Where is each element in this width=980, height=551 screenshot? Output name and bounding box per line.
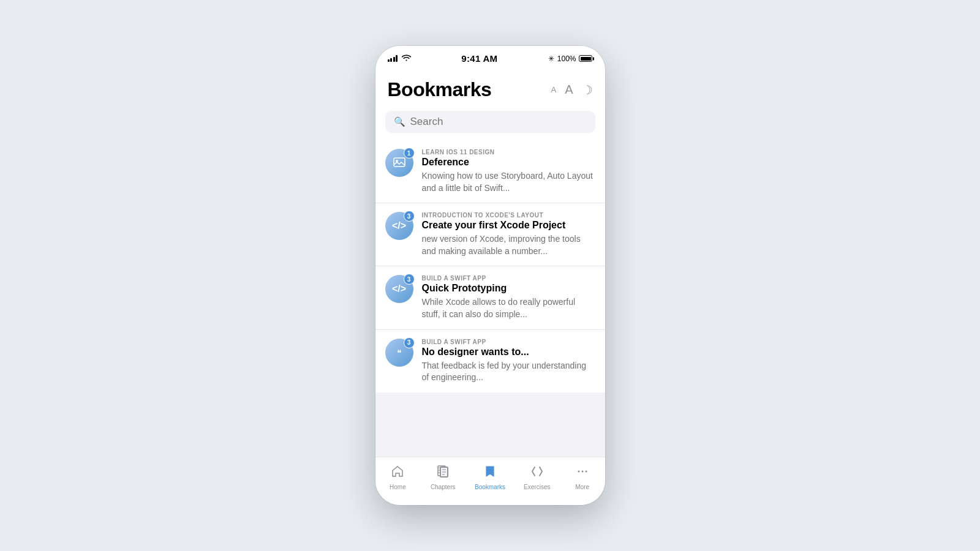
- item-category-2: INTRODUCTION TO XCODE'S LAYOUT: [422, 212, 595, 219]
- search-icon: 🔍: [394, 116, 405, 127]
- svg-point-6: [581, 471, 583, 473]
- item-title-2: Create your first Xcode Project: [422, 220, 595, 231]
- item-category-3: BUILD A SWIFT APP: [422, 275, 595, 282]
- wifi-icon: [402, 54, 411, 62]
- more-tab-icon: [576, 465, 589, 482]
- bookmark-item[interactable]: ❝ 3 BUILD A SWIFT APP No designer wants …: [375, 330, 605, 392]
- tab-bookmarks[interactable]: Bookmarks: [470, 462, 510, 493]
- bookmarks-list: 1 LEARN IOS 11 DESIGN Deference Knowing …: [375, 140, 605, 457]
- exercises-tab-icon: [530, 465, 544, 482]
- font-large-button[interactable]: A: [565, 83, 573, 97]
- search-input[interactable]: [410, 116, 587, 128]
- battery-percent: 100%: [557, 54, 576, 63]
- item-title-1: Deference: [422, 157, 595, 168]
- item-icon-2: </> 3: [385, 212, 413, 240]
- badge-2: 3: [404, 211, 415, 222]
- svg-point-5: [578, 471, 579, 473]
- tab-more[interactable]: More: [564, 462, 601, 493]
- item-description-3: While Xcode allows to do really powerful…: [422, 296, 595, 320]
- badge-1: 1: [404, 148, 415, 159]
- dark-mode-toggle[interactable]: ☽: [582, 83, 593, 97]
- svg-point-7: [585, 471, 587, 473]
- chapters-tab-label: Chapters: [431, 484, 456, 490]
- page-title: Bookmarks: [388, 78, 492, 101]
- item-category-1: LEARN IOS 11 DESIGN: [422, 149, 595, 156]
- item-content-4: BUILD A SWIFT APP No designer wants to..…: [422, 339, 595, 384]
- badge-4: 3: [404, 337, 415, 348]
- font-small-button[interactable]: A: [551, 85, 556, 94]
- status-left: [388, 54, 412, 62]
- item-description-1: Knowing how to use Storyboard, Auto Layo…: [422, 170, 595, 194]
- bookmark-item[interactable]: 1 LEARN IOS 11 DESIGN Deference Knowing …: [375, 140, 605, 203]
- home-tab-icon: [391, 465, 404, 482]
- header: Bookmarks A A ☽: [375, 69, 605, 108]
- tab-bar: Home Chapters Bookmarks: [375, 457, 605, 505]
- tab-exercises[interactable]: Exercises: [519, 462, 556, 493]
- tab-chapters[interactable]: Chapters: [424, 462, 461, 493]
- badge-3: 3: [404, 274, 415, 285]
- bluetooth-icon: ✳: [548, 54, 554, 63]
- exercises-tab-label: Exercises: [524, 484, 550, 490]
- code-icon: </>: [392, 283, 406, 294]
- home-tab-label: Home: [390, 484, 406, 490]
- item-description-2: new version of Xcode, improving the tool…: [422, 233, 595, 257]
- chapters-tab-icon: [436, 465, 450, 482]
- quote-icon: ❝: [397, 348, 402, 358]
- search-container: 🔍: [375, 108, 605, 140]
- bookmark-item[interactable]: </> 3 INTRODUCTION TO XCODE'S LAYOUT Cre…: [375, 203, 605, 266]
- status-bar: 9:41 AM ✳ 100%: [375, 46, 605, 69]
- bookmarks-tab-icon: [483, 465, 497, 482]
- item-icon-3: </> 3: [385, 275, 413, 303]
- status-right: ✳ 100%: [548, 54, 593, 63]
- phone-frame: 9:41 AM ✳ 100% Bookmarks A A ☽ 🔍: [375, 46, 605, 505]
- svg-rect-0: [394, 158, 405, 167]
- tab-home[interactable]: Home: [379, 462, 416, 493]
- item-description-4: That feedback is fed by your understandi…: [422, 360, 595, 384]
- item-icon-1: 1: [385, 149, 413, 177]
- main-content: Bookmarks A A ☽ 🔍: [375, 69, 605, 457]
- bookmark-item[interactable]: </> 3 BUILD A SWIFT APP Quick Prototypin…: [375, 266, 605, 329]
- image-icon: [393, 156, 406, 170]
- item-icon-4: ❝ 3: [385, 339, 413, 367]
- code-icon: </>: [392, 220, 406, 231]
- battery-icon: [579, 55, 592, 62]
- more-tab-label: More: [575, 484, 589, 490]
- status-time: 9:41 AM: [461, 53, 497, 64]
- signal-bars-icon: [388, 55, 398, 62]
- search-bar: 🔍: [385, 111, 595, 133]
- bookmarks-tab-label: Bookmarks: [475, 484, 505, 490]
- item-category-4: BUILD A SWIFT APP: [422, 339, 595, 345]
- item-content-2: INTRODUCTION TO XCODE'S LAYOUT Create yo…: [422, 212, 595, 257]
- item-content-1: LEARN IOS 11 DESIGN Deference Knowing ho…: [422, 149, 595, 194]
- item-title-4: No designer wants to...: [422, 347, 595, 358]
- item-title-3: Quick Prototyping: [422, 283, 595, 294]
- item-content-3: BUILD A SWIFT APP Quick Prototyping Whil…: [422, 275, 595, 320]
- header-actions: A A ☽: [551, 83, 592, 97]
